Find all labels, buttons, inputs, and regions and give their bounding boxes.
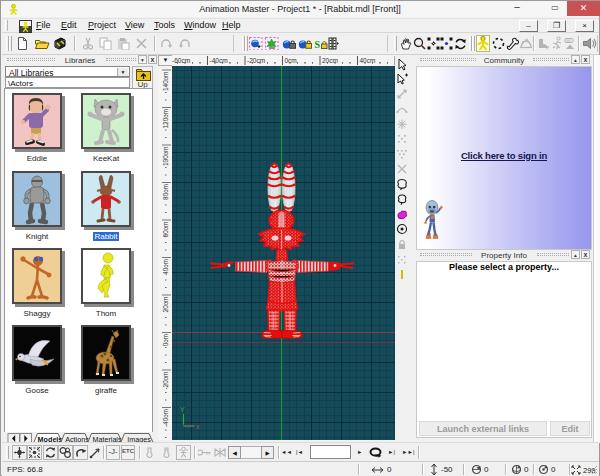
svg-text:40cm: 40cm [360,57,376,64]
svg-text:100cm: 100cm [162,147,169,167]
svg-text:20cm: 20cm [322,57,338,64]
svg-text:x: x [196,423,200,430]
svg-text:-40cm: -40cm [210,57,228,64]
svg-text:0cm: 0cm [285,57,297,64]
svg-text:140cm: 140cm [162,72,169,92]
svg-text:S: S [315,39,321,50]
svg-text:-20cm: -20cm [162,372,169,390]
svg-text:-20cm: -20cm [247,57,265,64]
svg-text:-60cm: -60cm [172,57,190,64]
svg-text:120cm: 120cm [162,109,169,129]
svg-text:-40cm: -40cm [162,409,169,427]
svg-text:Y: Y [180,406,185,413]
